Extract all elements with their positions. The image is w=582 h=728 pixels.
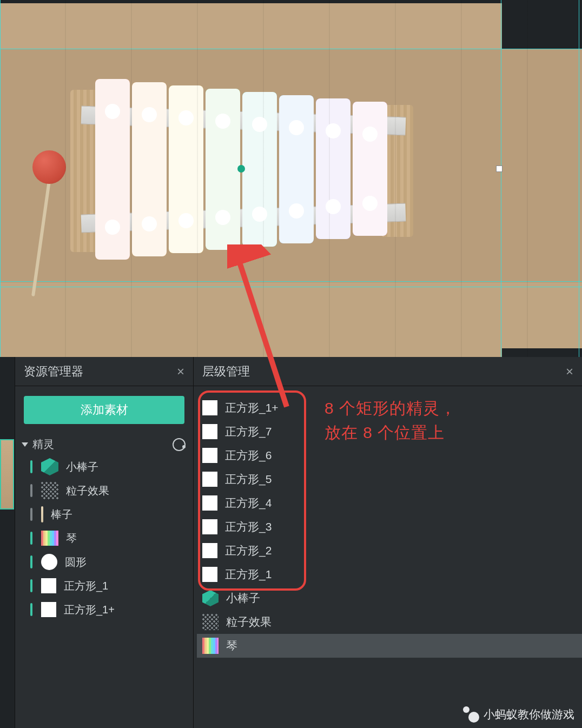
hierarchy-item-label: 正方形_1+ <box>225 400 279 415</box>
hierarchy-panel-title: 层级管理 <box>202 363 250 380</box>
guide-line <box>501 0 501 357</box>
scene-thumbnail[interactable] <box>0 439 14 509</box>
square-icon <box>41 602 56 617</box>
cube-icon <box>41 458 58 475</box>
asset-item-indicator <box>30 603 32 616</box>
asset-panel: 资源管理器 × 添加素材 精灵 小棒子粒子效果棒子琴圆形正方形_1正方形_1+ <box>15 357 194 728</box>
hierarchy-item[interactable]: 正方形_3 <box>197 515 582 539</box>
asset-group-header[interactable]: 精灵 <box>15 434 193 455</box>
editor-canvas[interactable] <box>0 0 582 357</box>
hierarchy-item[interactable]: 琴 <box>197 634 582 658</box>
hierarchy-item[interactable]: 正方形_4 <box>197 491 582 515</box>
watermark: 小蚂蚁教你做游戏 <box>463 706 574 723</box>
annotation-text: 8 个矩形的精灵， 放在 8 个位置上 <box>325 396 457 445</box>
asset-item[interactable]: 琴 <box>15 526 193 550</box>
guide-line <box>0 0 1 357</box>
chevron-down-icon <box>22 442 28 447</box>
guide-line <box>579 0 579 357</box>
stick-icon <box>41 506 43 522</box>
xylophone-key-4[interactable] <box>206 89 240 250</box>
hierarchy-item-label: 正方形_4 <box>225 495 272 511</box>
square-icon <box>202 400 217 415</box>
hierarchy-panel-header: 层级管理 × <box>194 357 582 386</box>
asset-item-label: 小棒子 <box>66 460 98 474</box>
selection-anchor-dot[interactable] <box>237 165 245 173</box>
close-icon[interactable]: × <box>177 364 184 379</box>
hierarchy-item[interactable]: 粒子效果 <box>197 610 582 634</box>
square-icon <box>202 472 217 487</box>
asset-item[interactable]: 粒子效果 <box>15 479 193 502</box>
hierarchy-item-label: 正方形_1 <box>225 567 272 582</box>
selection-handle-right[interactable] <box>496 166 502 172</box>
hierarchy-item-label: 正方形_2 <box>225 543 272 558</box>
square-icon <box>202 424 217 439</box>
palette-icon[interactable] <box>173 438 186 451</box>
square-icon <box>202 543 217 558</box>
asset-item-label: 琴 <box>66 531 77 546</box>
hierarchy-item-label: 粒子效果 <box>226 614 272 630</box>
asset-item[interactable]: 正方形_1 <box>15 574 193 598</box>
hierarchy-item[interactable]: 小棒子 <box>197 586 582 610</box>
square-icon <box>202 448 217 463</box>
hierarchy-item-label: 正方形_5 <box>225 472 272 487</box>
asset-item-indicator <box>30 555 32 568</box>
asset-panel-title: 资源管理器 <box>24 363 83 380</box>
asset-item-indicator <box>30 484 32 497</box>
asset-item-label: 棒子 <box>51 507 72 522</box>
xylophone-key-5[interactable] <box>242 92 277 247</box>
guide-line <box>0 281 582 282</box>
square-icon <box>202 519 217 534</box>
hierarchy-item[interactable]: 正方形_6 <box>197 444 582 467</box>
xylo-icon <box>202 638 219 654</box>
asset-item-indicator <box>30 532 32 545</box>
circle-icon <box>41 554 57 570</box>
asset-group-label: 精灵 <box>32 437 54 452</box>
square-icon <box>202 495 217 511</box>
asset-item-label: 圆形 <box>65 555 87 570</box>
add-asset-button-label: 添加素材 <box>81 402 128 418</box>
xylophone-key-1[interactable] <box>95 79 130 260</box>
xylophone-key-8[interactable] <box>353 102 387 236</box>
hierarchy-item-label: 正方形_3 <box>225 519 272 534</box>
asset-item-label: 正方形_1+ <box>64 603 115 617</box>
asset-item-label: 粒子效果 <box>66 484 109 498</box>
asset-item-indicator <box>30 508 32 521</box>
wechat-icon <box>463 706 479 723</box>
hierarchy-item-label: 小棒子 <box>226 591 260 606</box>
xylophone-key-6[interactable] <box>279 95 314 243</box>
xylophone-key-7[interactable] <box>316 98 350 239</box>
hierarchy-item[interactable]: 正方形_1 <box>197 562 582 586</box>
hierarchy-item-label: 正方形_7 <box>225 424 272 439</box>
asset-item[interactable]: 圆形 <box>15 550 193 574</box>
hierarchy-item-label: 正方形_6 <box>225 448 272 463</box>
watermark-text: 小蚂蚁教你做游戏 <box>484 707 574 722</box>
guide-line <box>0 49 582 49</box>
scene-thumbnail-strip[interactable] <box>0 357 15 728</box>
mallet-head <box>32 150 66 184</box>
hierarchy-item-label: 琴 <box>226 638 237 653</box>
xylophone-key-2[interactable] <box>132 82 167 256</box>
hierarchy-item[interactable]: 正方形_2 <box>197 539 582 562</box>
square-icon <box>41 578 56 593</box>
asset-panel-header: 资源管理器 × <box>15 357 193 386</box>
asset-item-indicator <box>30 579 32 592</box>
particles-icon <box>202 614 219 630</box>
square-icon <box>202 567 217 582</box>
add-asset-button[interactable]: 添加素材 <box>24 396 184 424</box>
xylophone-key-3[interactable] <box>169 85 203 253</box>
xylo-icon <box>41 531 58 546</box>
asset-item-label: 正方形_1 <box>64 579 108 593</box>
annotation-line-1: 8 个矩形的精灵， <box>325 396 457 420</box>
asset-item[interactable]: 棒子 <box>15 502 193 526</box>
asset-item[interactable]: 小棒子 <box>15 455 193 479</box>
mallet-stick <box>31 173 52 297</box>
cube-icon <box>202 590 219 606</box>
particles-icon <box>41 482 58 499</box>
asset-item[interactable]: 正方形_1+ <box>15 598 193 621</box>
annotation-line-2: 放在 8 个位置上 <box>325 420 457 445</box>
hierarchy-item[interactable]: 正方形_5 <box>197 467 582 491</box>
asset-item-indicator <box>30 460 32 473</box>
close-icon[interactable]: × <box>566 364 573 379</box>
guide-line <box>0 287 582 287</box>
